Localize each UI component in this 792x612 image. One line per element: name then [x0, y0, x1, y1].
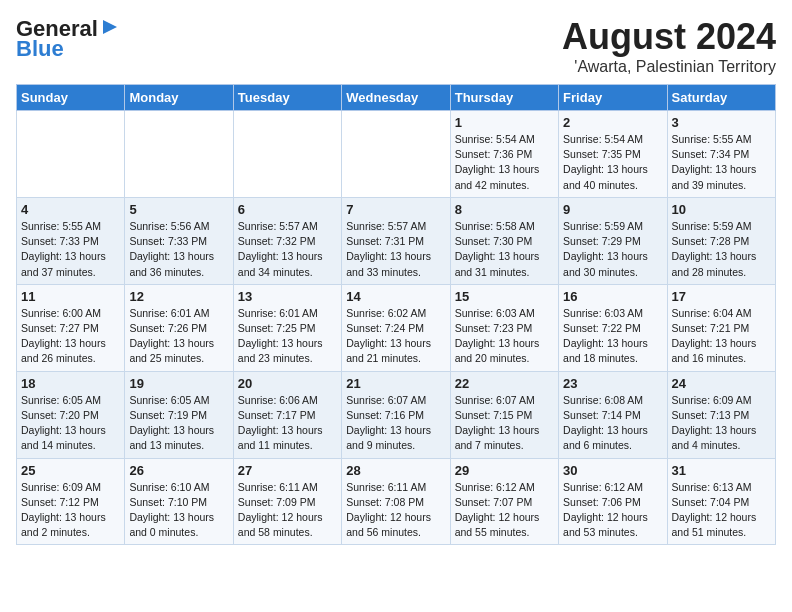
calendar-day-cell: 25Sunrise: 6:09 AM Sunset: 7:12 PM Dayli…: [17, 458, 125, 545]
calendar-day-cell: 30Sunrise: 6:12 AM Sunset: 7:06 PM Dayli…: [559, 458, 667, 545]
day-number: 7: [346, 202, 445, 217]
day-number: 10: [672, 202, 771, 217]
day-info: Sunrise: 6:07 AM Sunset: 7:16 PM Dayligh…: [346, 393, 445, 454]
day-info: Sunrise: 6:04 AM Sunset: 7:21 PM Dayligh…: [672, 306, 771, 367]
calendar-week-row: 1Sunrise: 5:54 AM Sunset: 7:36 PM Daylig…: [17, 111, 776, 198]
day-info: Sunrise: 5:59 AM Sunset: 7:29 PM Dayligh…: [563, 219, 662, 280]
weekday-header: Tuesday: [233, 85, 341, 111]
day-info: Sunrise: 6:01 AM Sunset: 7:25 PM Dayligh…: [238, 306, 337, 367]
day-number: 14: [346, 289, 445, 304]
calendar-day-cell: 28Sunrise: 6:11 AM Sunset: 7:08 PM Dayli…: [342, 458, 450, 545]
day-info: Sunrise: 6:06 AM Sunset: 7:17 PM Dayligh…: [238, 393, 337, 454]
day-number: 20: [238, 376, 337, 391]
day-info: Sunrise: 5:55 AM Sunset: 7:34 PM Dayligh…: [672, 132, 771, 193]
calendar-day-cell: 29Sunrise: 6:12 AM Sunset: 7:07 PM Dayli…: [450, 458, 558, 545]
day-number: 18: [21, 376, 120, 391]
calendar-day-cell: 26Sunrise: 6:10 AM Sunset: 7:10 PM Dayli…: [125, 458, 233, 545]
calendar-day-cell: [125, 111, 233, 198]
logo-icon: [101, 18, 119, 36]
calendar-day-cell: 6Sunrise: 5:57 AM Sunset: 7:32 PM Daylig…: [233, 197, 341, 284]
day-number: 22: [455, 376, 554, 391]
calendar-day-cell: 12Sunrise: 6:01 AM Sunset: 7:26 PM Dayli…: [125, 284, 233, 371]
day-info: Sunrise: 5:59 AM Sunset: 7:28 PM Dayligh…: [672, 219, 771, 280]
day-number: 17: [672, 289, 771, 304]
calendar-header-row: SundayMondayTuesdayWednesdayThursdayFrid…: [17, 85, 776, 111]
day-info: Sunrise: 5:57 AM Sunset: 7:32 PM Dayligh…: [238, 219, 337, 280]
calendar-day-cell: 10Sunrise: 5:59 AM Sunset: 7:28 PM Dayli…: [667, 197, 775, 284]
day-number: 26: [129, 463, 228, 478]
calendar-day-cell: 31Sunrise: 6:13 AM Sunset: 7:04 PM Dayli…: [667, 458, 775, 545]
day-info: Sunrise: 5:57 AM Sunset: 7:31 PM Dayligh…: [346, 219, 445, 280]
day-info: Sunrise: 5:56 AM Sunset: 7:33 PM Dayligh…: [129, 219, 228, 280]
calendar-day-cell: 15Sunrise: 6:03 AM Sunset: 7:23 PM Dayli…: [450, 284, 558, 371]
day-number: 6: [238, 202, 337, 217]
calendar-day-cell: 21Sunrise: 6:07 AM Sunset: 7:16 PM Dayli…: [342, 371, 450, 458]
calendar-day-cell: 24Sunrise: 6:09 AM Sunset: 7:13 PM Dayli…: [667, 371, 775, 458]
day-info: Sunrise: 5:54 AM Sunset: 7:35 PM Dayligh…: [563, 132, 662, 193]
day-info: Sunrise: 6:02 AM Sunset: 7:24 PM Dayligh…: [346, 306, 445, 367]
calendar-day-cell: 16Sunrise: 6:03 AM Sunset: 7:22 PM Dayli…: [559, 284, 667, 371]
calendar-day-cell: 23Sunrise: 6:08 AM Sunset: 7:14 PM Dayli…: [559, 371, 667, 458]
day-number: 12: [129, 289, 228, 304]
day-info: Sunrise: 6:05 AM Sunset: 7:20 PM Dayligh…: [21, 393, 120, 454]
day-number: 2: [563, 115, 662, 130]
month-year-title: August 2024: [562, 16, 776, 58]
day-info: Sunrise: 6:11 AM Sunset: 7:09 PM Dayligh…: [238, 480, 337, 541]
calendar-day-cell: 11Sunrise: 6:00 AM Sunset: 7:27 PM Dayli…: [17, 284, 125, 371]
day-number: 24: [672, 376, 771, 391]
calendar-day-cell: 9Sunrise: 5:59 AM Sunset: 7:29 PM Daylig…: [559, 197, 667, 284]
day-number: 8: [455, 202, 554, 217]
calendar-day-cell: 3Sunrise: 5:55 AM Sunset: 7:34 PM Daylig…: [667, 111, 775, 198]
day-number: 13: [238, 289, 337, 304]
calendar-day-cell: 2Sunrise: 5:54 AM Sunset: 7:35 PM Daylig…: [559, 111, 667, 198]
day-number: 4: [21, 202, 120, 217]
day-number: 1: [455, 115, 554, 130]
calendar-week-row: 18Sunrise: 6:05 AM Sunset: 7:20 PM Dayli…: [17, 371, 776, 458]
location-subtitle: 'Awarta, Palestinian Territory: [562, 58, 776, 76]
calendar-day-cell: 8Sunrise: 5:58 AM Sunset: 7:30 PM Daylig…: [450, 197, 558, 284]
calendar-day-cell: [342, 111, 450, 198]
day-number: 15: [455, 289, 554, 304]
weekday-header: Thursday: [450, 85, 558, 111]
calendar-day-cell: 7Sunrise: 5:57 AM Sunset: 7:31 PM Daylig…: [342, 197, 450, 284]
weekday-header: Friday: [559, 85, 667, 111]
day-number: 19: [129, 376, 228, 391]
weekday-header: Wednesday: [342, 85, 450, 111]
calendar-day-cell: 27Sunrise: 6:11 AM Sunset: 7:09 PM Dayli…: [233, 458, 341, 545]
day-info: Sunrise: 6:11 AM Sunset: 7:08 PM Dayligh…: [346, 480, 445, 541]
day-number: 31: [672, 463, 771, 478]
day-number: 25: [21, 463, 120, 478]
day-info: Sunrise: 6:12 AM Sunset: 7:07 PM Dayligh…: [455, 480, 554, 541]
calendar-day-cell: 20Sunrise: 6:06 AM Sunset: 7:17 PM Dayli…: [233, 371, 341, 458]
calendar-day-cell: 22Sunrise: 6:07 AM Sunset: 7:15 PM Dayli…: [450, 371, 558, 458]
day-info: Sunrise: 5:58 AM Sunset: 7:30 PM Dayligh…: [455, 219, 554, 280]
calendar-table: SundayMondayTuesdayWednesdayThursdayFrid…: [16, 84, 776, 545]
calendar-week-row: 25Sunrise: 6:09 AM Sunset: 7:12 PM Dayli…: [17, 458, 776, 545]
day-number: 30: [563, 463, 662, 478]
day-number: 16: [563, 289, 662, 304]
day-info: Sunrise: 6:09 AM Sunset: 7:13 PM Dayligh…: [672, 393, 771, 454]
day-number: 27: [238, 463, 337, 478]
calendar-week-row: 4Sunrise: 5:55 AM Sunset: 7:33 PM Daylig…: [17, 197, 776, 284]
day-info: Sunrise: 6:13 AM Sunset: 7:04 PM Dayligh…: [672, 480, 771, 541]
title-block: August 2024 'Awarta, Palestinian Territo…: [562, 16, 776, 76]
day-info: Sunrise: 6:12 AM Sunset: 7:06 PM Dayligh…: [563, 480, 662, 541]
weekday-header: Saturday: [667, 85, 775, 111]
day-number: 3: [672, 115, 771, 130]
calendar-day-cell: [17, 111, 125, 198]
day-info: Sunrise: 6:03 AM Sunset: 7:22 PM Dayligh…: [563, 306, 662, 367]
weekday-header: Monday: [125, 85, 233, 111]
day-number: 28: [346, 463, 445, 478]
day-info: Sunrise: 5:55 AM Sunset: 7:33 PM Dayligh…: [21, 219, 120, 280]
page-header: General Blue August 2024 'Awarta, Palest…: [16, 16, 776, 76]
day-number: 5: [129, 202, 228, 217]
calendar-day-cell: 4Sunrise: 5:55 AM Sunset: 7:33 PM Daylig…: [17, 197, 125, 284]
logo: General Blue: [16, 16, 119, 62]
day-info: Sunrise: 6:08 AM Sunset: 7:14 PM Dayligh…: [563, 393, 662, 454]
calendar-day-cell: 1Sunrise: 5:54 AM Sunset: 7:36 PM Daylig…: [450, 111, 558, 198]
day-info: Sunrise: 6:05 AM Sunset: 7:19 PM Dayligh…: [129, 393, 228, 454]
svg-marker-0: [103, 20, 117, 34]
day-number: 21: [346, 376, 445, 391]
day-info: Sunrise: 6:09 AM Sunset: 7:12 PM Dayligh…: [21, 480, 120, 541]
calendar-day-cell: [233, 111, 341, 198]
